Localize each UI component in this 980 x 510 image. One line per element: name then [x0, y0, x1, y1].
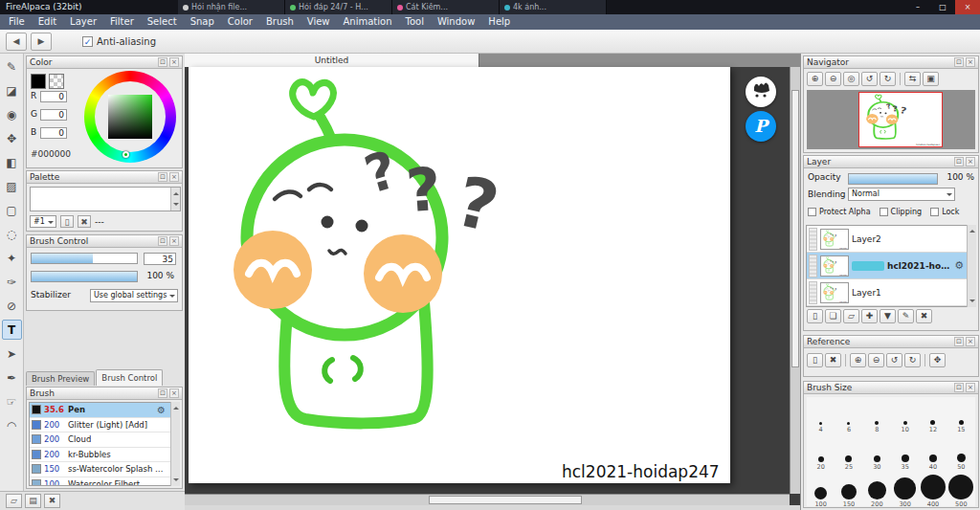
- gradient-tool[interactable]: ▨: [2, 176, 22, 196]
- layer-opacity-slider[interactable]: [848, 173, 938, 185]
- brush-size-option[interactable]: 12: [919, 397, 947, 434]
- brush-item[interactable]: 200 Cloud: [30, 432, 179, 448]
- zoom-in-icon[interactable]: ⊕: [850, 353, 866, 367]
- eyedropper-tool[interactable]: ✒: [2, 367, 22, 388]
- float-panel-icon[interactable]: ⊡: [954, 337, 964, 346]
- layer-grip[interactable]: [809, 281, 817, 304]
- brush-size-option[interactable]: 25: [835, 434, 862, 472]
- close-panel-icon[interactable]: ×: [966, 383, 975, 392]
- rotate-cw-icon[interactable]: ↻: [904, 353, 921, 367]
- lock-checkbox[interactable]: [930, 208, 939, 216]
- layer-row[interactable]: Layer2: [807, 226, 975, 253]
- magic-wand-tool[interactable]: ✦: [2, 248, 22, 268]
- brush-item[interactable]: 200 Glitter (Light) [Add]: [30, 418, 179, 433]
- flip-icon[interactable]: ⇆: [904, 72, 921, 86]
- stabilizer-select[interactable]: Use global settings: [90, 289, 178, 302]
- float-panel-icon[interactable]: ⊡: [954, 383, 964, 392]
- layer-row[interactable]: Layer1: [807, 279, 975, 306]
- close-panel-icon[interactable]: ×: [966, 57, 975, 67]
- brush-size-field[interactable]: 35: [144, 253, 176, 265]
- float-panel-icon[interactable]: ⊡: [954, 57, 964, 67]
- canvas-vertical-scrollbar[interactable]: [790, 67, 800, 494]
- eraser-tool[interactable]: ◪: [2, 80, 22, 100]
- brush-opacity-slider[interactable]: [31, 271, 138, 282]
- select-eraser-tool[interactable]: ⊘: [2, 296, 22, 316]
- add-layer-icon[interactable]: ✚: [861, 309, 878, 323]
- background-tab[interactable]: Cát Kiếm...: [392, 0, 500, 14]
- brush-item[interactable]: 150 ss-Watercolor Splash [Add]: [30, 462, 179, 477]
- menu-file[interactable]: File: [2, 14, 32, 30]
- brush-size-option[interactable]: 8: [863, 397, 891, 434]
- delete-layer-icon[interactable]: ✖: [916, 309, 932, 323]
- background-tab[interactable]: 4k ảnh...: [500, 0, 607, 14]
- hand-tool[interactable]: ☞: [2, 391, 22, 411]
- saturation-value-box[interactable]: [108, 95, 152, 139]
- pen-tool[interactable]: ✎: [2, 56, 22, 77]
- hue-marker[interactable]: [122, 151, 129, 158]
- artwork[interactable]: [189, 67, 730, 483]
- close-panel-icon[interactable]: ×: [966, 337, 975, 346]
- rotate-cw-icon[interactable]: ↻: [880, 72, 896, 86]
- zoom-in-icon[interactable]: ⊕: [807, 72, 823, 86]
- float-panel-icon[interactable]: ⊡: [158, 236, 167, 246]
- dock-right-icon[interactable]: ▶: [31, 33, 52, 51]
- duplicate-layer-icon[interactable]: ❏: [825, 309, 841, 323]
- tab-brush-preview[interactable]: Brush Preview: [26, 371, 95, 386]
- float-panel-icon[interactable]: ⊡: [158, 388, 167, 398]
- zoom-fit-icon[interactable]: ◎: [843, 72, 859, 86]
- fill-tool[interactable]: ◧: [2, 152, 22, 172]
- layer-grip[interactable]: [809, 255, 817, 277]
- document-tab-untitled[interactable]: Untitled: [185, 54, 479, 67]
- green-field[interactable]: 0: [40, 109, 67, 121]
- rotate-ccw-icon[interactable]: ↺: [861, 72, 878, 86]
- rename-layer-icon[interactable]: ✎: [898, 309, 914, 323]
- brush-size-option[interactable]: 4: [807, 397, 835, 434]
- brush-item[interactable]: 200 kr-Bubbles: [30, 448, 179, 463]
- new-layer-icon[interactable]: ▯: [807, 309, 823, 323]
- new-folder-icon[interactable]: ▱: [843, 309, 859, 323]
- move-tool[interactable]: ✥: [2, 128, 22, 148]
- delete-color-icon[interactable]: ✖: [78, 215, 91, 228]
- maximize-button[interactable]: □: [930, 0, 955, 14]
- blending-select[interactable]: Normal: [848, 188, 955, 201]
- menu-color[interactable]: Color: [221, 14, 259, 30]
- float-panel-icon[interactable]: ⊡: [954, 157, 964, 166]
- lasso-tool[interactable]: ◌: [2, 224, 22, 244]
- background-tab[interactable]: Hỏi đáp 24/7 - H...: [285, 0, 392, 14]
- reset-view-icon[interactable]: ▣: [923, 72, 939, 86]
- drawing-canvas[interactable]: [189, 67, 730, 483]
- merge-down-icon[interactable]: ▼: [880, 309, 896, 323]
- blue-field[interactable]: 0: [40, 127, 67, 139]
- brush-size-option[interactable]: 40: [919, 434, 947, 472]
- brush-size-option[interactable]: 50: [947, 434, 975, 472]
- menu-window[interactable]: Window: [431, 14, 481, 30]
- menu-select[interactable]: Select: [141, 14, 184, 30]
- brush-size-option[interactable]: 35: [891, 434, 919, 472]
- layer-settings-icon[interactable]: ⚙: [954, 259, 964, 272]
- close-panel-icon[interactable]: ×: [169, 57, 179, 67]
- brush-list-scrollbar[interactable]: [170, 402, 180, 486]
- close-panel-icon[interactable]: ×: [966, 157, 975, 166]
- palette-preset-select[interactable]: #1: [30, 215, 56, 228]
- menu-layer[interactable]: Layer: [63, 14, 103, 30]
- scrollbar-thumb[interactable]: [429, 496, 582, 504]
- add-color-icon[interactable]: ▯: [60, 215, 74, 228]
- brush-size-option[interactable]: 30: [863, 434, 891, 472]
- rotate-ccw-icon[interactable]: ↺: [886, 353, 902, 367]
- new-reference-icon[interactable]: ▯: [807, 353, 823, 367]
- menu-view[interactable]: View: [301, 14, 337, 30]
- brush-item[interactable]: 100 Watercolor Filbert: [30, 477, 179, 487]
- close-panel-icon[interactable]: ×: [169, 172, 179, 182]
- move-icon[interactable]: ✥: [929, 353, 946, 367]
- brush-size-option[interactable]: 200: [863, 472, 891, 506]
- navigator-viewport[interactable]: [807, 90, 975, 149]
- menu-edit[interactable]: Edit: [32, 14, 63, 30]
- trash-icon[interactable]: ✖: [44, 494, 60, 508]
- brush-size-option[interactable]: 500: [947, 472, 975, 506]
- brush-size-option[interactable]: 150: [835, 472, 862, 506]
- scrollbar-thumb[interactable]: [791, 90, 799, 367]
- canvas-horizontal-scrollbar[interactable]: [185, 494, 790, 505]
- pixiv-icon[interactable]: P: [746, 111, 776, 142]
- dock-left-icon[interactable]: ◀: [6, 33, 27, 51]
- close-panel-icon[interactable]: ×: [169, 388, 179, 398]
